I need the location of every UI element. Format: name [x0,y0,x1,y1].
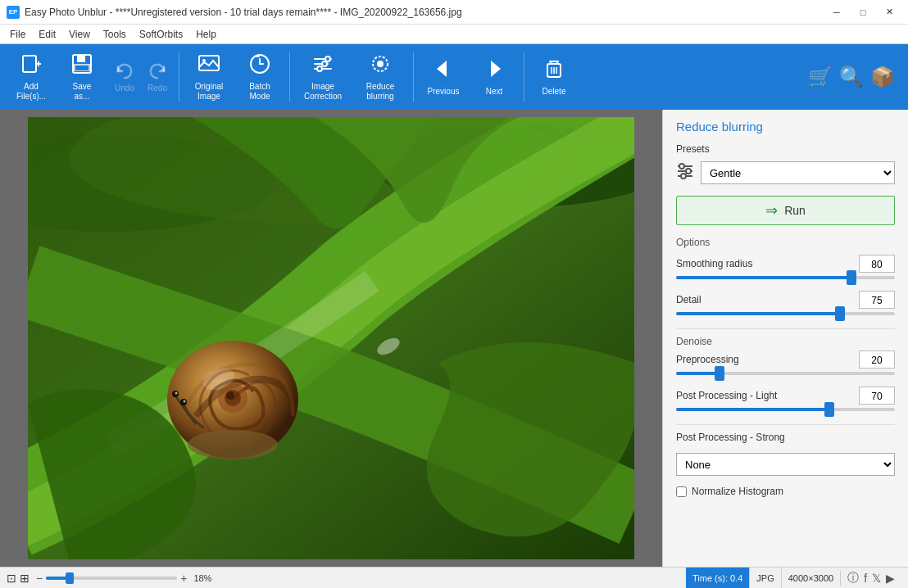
menu-edit[interactable]: Edit [32,25,62,44]
smoothing-radius-value[interactable]: 80 [859,255,895,273]
zoom-in-button[interactable]: + [180,572,187,585]
close-button[interactable]: ✕ [877,4,901,20]
detail-track[interactable] [676,312,895,315]
normalize-row: Normalize Histogram [663,482,908,500]
presets-icon [676,162,694,184]
save-as-label: Saveas... [73,82,92,102]
image-correction-icon [311,52,334,79]
post-light-thumb[interactable] [824,402,834,417]
image-area [0,110,662,567]
info-icon[interactable]: ⓘ [847,571,859,586]
zoom-track[interactable] [46,577,177,580]
fit-view-icon[interactable]: ⊡ [7,572,16,585]
svg-rect-4 [77,55,85,62]
svg-point-42 [679,164,684,169]
post-strong-select[interactable]: None Light Medium Strong [676,453,895,476]
smoothing-radius-track[interactable] [676,276,895,279]
detail-thumb[interactable] [835,306,845,321]
twitter-icon[interactable]: 𝕏 [872,572,881,585]
reduce-blurring-label: Reduceblurring [366,82,394,102]
add-files-label: AddFile(s)... [16,82,46,102]
presets-select[interactable]: Gentle Medium Strong Custom [701,161,895,184]
denoise-label: Denoise [663,332,908,349]
post-light-fill [676,408,829,411]
smoothing-radius-thumb[interactable] [847,270,856,285]
post-light-row: Post Processing - Light 70 [663,385,908,421]
batch-mode-button[interactable]: BatchMode [235,47,284,106]
delete-label: Delete [543,87,566,97]
svg-rect-6 [75,66,89,70]
add-files-button[interactable]: AddFile(s)... [7,47,56,106]
preprocessing-thumb[interactable] [715,366,724,381]
zoom-thumb[interactable] [66,572,74,584]
next-icon [483,57,506,84]
redo-label: Redo [148,84,167,93]
menu-tools[interactable]: Tools [97,25,133,44]
box-icon[interactable]: 📦 [870,66,895,88]
menu-help[interactable]: Help [189,25,223,44]
facebook-icon[interactable]: f [864,572,867,585]
original-image-icon [197,52,220,79]
svg-rect-0 [23,56,36,72]
main-content: Reduce blurring Presets Gentle Medium St… [0,110,908,567]
presets-row: Gentle Medium Strong Custom [663,161,908,184]
search-icon[interactable]: 🔍 [839,66,864,88]
normalize-checkbox[interactable] [676,486,687,497]
smoothing-radius-label: Smoothing radius [676,258,752,269]
add-files-icon [20,52,43,79]
preprocessing-track[interactable] [676,372,895,375]
title-bar: EP Easy Photo Unblur - ****Unregistered … [0,0,908,25]
svg-point-38 [184,400,186,403]
redo-button[interactable]: Redo [141,47,174,106]
reduce-blurring-button[interactable]: Reduceblurring [352,47,408,106]
menu-softorbits[interactable]: SoftOrbits [133,25,189,44]
detail-value[interactable]: 75 [859,291,895,309]
status-dimensions: 4000×3000 [781,568,840,589]
original-image-button[interactable]: OriginalImage [184,47,234,106]
previous-button[interactable]: Previous [419,47,468,106]
post-light-track[interactable] [676,408,895,411]
right-panel: Reduce blurring Presets Gentle Medium St… [662,110,908,567]
menu-bar: File Edit View Tools SoftOrbits Help [0,25,908,44]
app-icon: EP [7,6,20,19]
menu-file[interactable]: File [3,25,32,44]
next-button[interactable]: Next [470,47,519,106]
previous-icon [432,57,455,84]
undo-label: Undo [115,84,134,93]
toolbar-right-icons: 🛒 🔍 📦 [808,66,901,88]
svg-point-32 [226,391,234,400]
svg-point-37 [175,392,178,395]
maximize-button[interactable]: □ [851,4,875,20]
toolbar: AddFile(s)... Saveas... Undo [0,44,908,110]
divider-1 [676,328,895,329]
svg-point-44 [681,174,686,179]
snail-image [28,117,634,559]
status-format: JPG [749,568,780,589]
image-correction-label: ImageCorrection [304,82,342,102]
delete-icon [543,57,565,84]
title-text: Easy Photo Unblur - ****Unregistered ver… [25,7,824,18]
original-image-label: OriginalImage [195,82,223,102]
youtube-icon[interactable]: ▶ [886,572,895,585]
image-correction-button[interactable]: ImageCorrection [295,47,351,106]
run-arrow-icon: ⇒ [765,201,778,219]
actual-size-icon[interactable]: ⊞ [20,572,30,585]
run-button[interactable]: ⇒ Run [676,196,895,225]
delete-button[interactable]: Delete [529,47,579,106]
svg-marker-15 [437,61,447,77]
minimize-button[interactable]: ─ [824,4,849,20]
toolbar-divider-3 [413,52,414,102]
zoom-slider-row: − + 18% [36,572,361,585]
cart-icon[interactable]: 🛒 [808,66,833,88]
save-as-button[interactable]: Saveas... [57,47,107,106]
zoom-out-button[interactable]: − [36,572,43,585]
undo-button[interactable]: Undo [108,47,141,106]
post-light-value[interactable]: 70 [859,387,895,405]
status-time: Time (s): 0.4 [686,568,749,589]
preprocessing-value[interactable]: 20 [859,351,895,369]
svg-point-11 [322,61,327,66]
menu-view[interactable]: View [62,25,97,44]
preprocessing-row: Preprocessing 20 [663,349,908,385]
time-label: Time (s): [692,573,728,583]
batch-mode-icon [248,52,271,79]
